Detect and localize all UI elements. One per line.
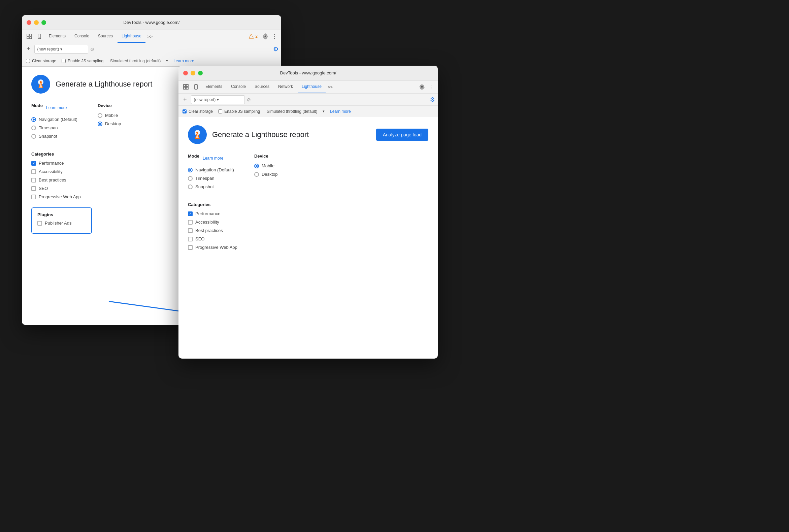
minimize-button-front[interactable]: [191, 71, 195, 75]
mode-snapshot-front[interactable]: Snapshot: [188, 184, 234, 189]
mode-nav-label-back: Navigation (Default): [39, 117, 77, 122]
enable-js-checkbox-back[interactable]: [62, 59, 66, 63]
throttling-text-front: Simulated throttling (default): [267, 109, 317, 114]
cat-best-practices-front[interactable]: Best practices: [188, 228, 428, 233]
tab-sources-front[interactable]: Sources: [250, 80, 274, 93]
cat-pwa-front[interactable]: Progressive Web App: [188, 245, 428, 250]
cb-pwa-back[interactable]: [31, 195, 36, 200]
radio-timespan-front[interactable]: [188, 176, 193, 181]
cb-best-practices-back[interactable]: [31, 178, 36, 183]
cb-publisher-ads[interactable]: [37, 221, 42, 226]
mode-navigation-back[interactable]: Navigation (Default): [31, 117, 77, 122]
tab-sources-back[interactable]: Sources: [94, 30, 117, 43]
maximize-button-front[interactable]: [198, 71, 203, 75]
maximize-button-back[interactable]: [41, 20, 46, 25]
mode-timespan-label-back: Timespan: [39, 125, 58, 130]
cb-pwa-front[interactable]: [188, 245, 193, 250]
svg-rect-2: [30, 34, 32, 36]
report-selector-front[interactable]: (new report) ▾: [191, 95, 245, 104]
clear-storage-option-back[interactable]: Clear storage: [26, 59, 56, 63]
plugin-publisher-ads[interactable]: Publisher Ads: [37, 221, 86, 226]
more-tabs-front[interactable]: >>: [326, 84, 334, 90]
inspect-icon-front[interactable]: [181, 82, 191, 92]
tab-network-front[interactable]: Network: [274, 80, 297, 93]
radio-mobile-front[interactable]: [254, 164, 259, 168]
cb-seo-front[interactable]: [188, 237, 193, 242]
enable-js-checkbox-front[interactable]: [218, 110, 222, 113]
report-selector-back[interactable]: (new report) ▾: [34, 45, 88, 54]
close-button-front[interactable]: [183, 71, 188, 75]
cancel-icon-back[interactable]: ⊘: [90, 46, 94, 52]
cat-seo-front[interactable]: SEO: [188, 236, 428, 242]
tab-console-front[interactable]: Console: [227, 80, 250, 93]
learn-more-link-front[interactable]: Learn more: [330, 109, 351, 114]
plugins-heading: Plugins: [37, 212, 86, 217]
device-desktop-label-front: Desktop: [262, 172, 278, 177]
cb-best-practices-front[interactable]: [188, 228, 193, 233]
tab-console-back[interactable]: Console: [70, 30, 93, 43]
settings-gear-front[interactable]: ⚙: [430, 96, 435, 103]
toolbar-tabs-row-back: Elements Console Sources Lighthouse >> !…: [22, 30, 281, 43]
radio-mobile-back[interactable]: [98, 113, 102, 118]
radio-timespan-back[interactable]: [31, 126, 36, 130]
radio-navigation-back[interactable]: [31, 117, 36, 122]
radio-desktop-back[interactable]: [98, 121, 102, 126]
mobile-icon[interactable]: [35, 32, 44, 41]
device-column-front: Device Mobile Desktop: [254, 154, 278, 193]
cat-seo-label-back: SEO: [39, 186, 48, 191]
main-content-front: Generate a Lighthouse report Analyze pag…: [179, 117, 438, 266]
close-button-back[interactable]: [26, 20, 31, 25]
tab-lighthouse-back[interactable]: Lighthouse: [117, 30, 146, 43]
radio-desktop-front[interactable]: [254, 172, 259, 177]
add-report-front[interactable]: +: [181, 95, 189, 104]
cat-accessibility-label-front: Accessibility: [195, 220, 219, 225]
device-mobile-back[interactable]: Mobile: [98, 113, 121, 118]
mode-snapshot-back[interactable]: Snapshot: [31, 134, 77, 139]
settings-button-back[interactable]: [261, 32, 270, 41]
learn-more-link-back[interactable]: Learn more: [173, 59, 194, 63]
add-report-back[interactable]: +: [24, 45, 32, 53]
cat-pwa-label-back: Progressive Web App: [39, 194, 81, 200]
radio-snapshot-back[interactable]: [31, 134, 36, 139]
more-tabs-back[interactable]: >>: [146, 34, 154, 39]
device-desktop-back[interactable]: Desktop: [98, 121, 121, 126]
clear-storage-label-back: Clear storage: [32, 59, 56, 63]
radio-snapshot-front[interactable]: [188, 185, 193, 189]
mode-timespan-back[interactable]: Timespan: [31, 125, 77, 130]
mode-navigation-front[interactable]: Navigation (Default): [188, 167, 234, 172]
tab-elements-front[interactable]: Elements: [201, 80, 226, 93]
mode-learn-more-back[interactable]: Learn more: [46, 106, 67, 110]
toolbar-report-row-back: + (new report) ▾ ⊘ ⚙: [22, 43, 281, 55]
minimize-button-back[interactable]: [34, 20, 39, 25]
mode-learn-more-front[interactable]: Learn more: [203, 156, 223, 160]
enable-js-option-front[interactable]: Enable JS sampling: [218, 109, 260, 114]
cat-performance-front[interactable]: Performance: [188, 211, 428, 216]
cb-seo-back[interactable]: [31, 186, 36, 191]
clear-storage-label-front: Clear storage: [189, 109, 213, 114]
cb-performance-front[interactable]: [188, 211, 193, 216]
inspect-icon[interactable]: [24, 32, 34, 41]
clear-storage-option-front[interactable]: Clear storage: [183, 109, 213, 114]
devtools-window-front: DevTools - www.google.com/ Elements Cons…: [179, 66, 438, 359]
settings-gear-back[interactable]: ⚙: [273, 45, 279, 53]
kebab-menu-back[interactable]: ⋮: [270, 33, 279, 40]
cat-accessibility-front[interactable]: Accessibility: [188, 220, 428, 225]
cb-performance-back[interactable]: [31, 161, 36, 166]
clear-storage-checkbox-back[interactable]: [26, 59, 30, 63]
cb-accessibility-front[interactable]: [188, 220, 193, 225]
radio-navigation-front[interactable]: [188, 168, 193, 172]
clear-storage-checkbox-front[interactable]: [183, 110, 187, 113]
cb-accessibility-back[interactable]: [31, 169, 36, 174]
analyze-button[interactable]: Analyze page load: [376, 129, 428, 141]
tab-elements-back[interactable]: Elements: [45, 30, 70, 43]
enable-js-option-back[interactable]: Enable JS sampling: [62, 59, 104, 63]
device-desktop-front[interactable]: Desktop: [254, 172, 278, 177]
mobile-icon-front[interactable]: [191, 82, 201, 92]
traffic-lights-back: [26, 20, 46, 25]
settings-button-front[interactable]: [417, 82, 426, 91]
kebab-menu-front[interactable]: ⋮: [427, 84, 435, 90]
mode-timespan-front[interactable]: Timespan: [188, 176, 234, 181]
tab-lighthouse-front[interactable]: Lighthouse: [298, 80, 326, 93]
cancel-icon-front[interactable]: ⊘: [247, 97, 251, 102]
device-mobile-front[interactable]: Mobile: [254, 163, 278, 168]
